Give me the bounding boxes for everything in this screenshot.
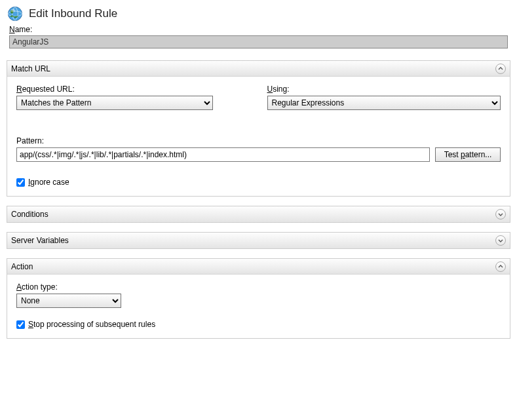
server-variables-panel: Server Variables <box>7 232 510 249</box>
svg-point-2 <box>11 9 16 12</box>
action-panel: Action Action type: None Stop processing… <box>7 258 510 339</box>
action-title: Action <box>11 262 33 271</box>
using-select[interactable]: Regular Expressions <box>267 96 501 110</box>
ignore-case-checkbox[interactable] <box>16 178 25 187</box>
stop-processing-checkbox[interactable] <box>16 320 25 329</box>
pattern-input[interactable] <box>16 147 430 162</box>
test-pattern-button[interactable]: Test pattern... <box>435 147 501 162</box>
conditions-title: Conditions <box>11 210 48 219</box>
svg-point-0 <box>8 7 22 20</box>
requested-url-select[interactable]: Matches the Pattern <box>16 96 213 110</box>
globe-icon <box>7 5 24 22</box>
stop-processing-label: Stop processing of subsequent rules <box>28 320 155 329</box>
chevron-down-icon[interactable] <box>495 209 506 220</box>
conditions-header[interactable]: Conditions <box>7 206 510 222</box>
server-variables-header[interactable]: Server Variables <box>7 233 510 248</box>
conditions-panel: Conditions <box>7 206 510 223</box>
using-label: Using: <box>267 85 501 94</box>
page-title: Edit Inbound Rule <box>29 7 117 20</box>
pattern-label: Pattern: <box>16 136 501 145</box>
match-url-panel: Match URL Requested URL: Matches the Pat… <box>7 60 510 197</box>
name-input[interactable] <box>9 35 508 48</box>
match-url-header[interactable]: Match URL <box>7 61 510 77</box>
chevron-up-icon[interactable] <box>495 261 506 272</box>
ignore-case-label: Ignore case <box>28 178 69 187</box>
name-label: Name: <box>9 25 508 34</box>
action-header[interactable]: Action <box>7 259 510 275</box>
requested-url-label: Requested URL: <box>16 85 250 94</box>
server-variables-title: Server Variables <box>11 236 69 245</box>
action-type-label: Action type: <box>16 282 501 292</box>
match-url-title: Match URL <box>11 64 50 73</box>
action-type-select[interactable]: None <box>16 294 121 308</box>
chevron-up-icon[interactable] <box>495 64 506 74</box>
chevron-down-icon[interactable] <box>495 235 506 246</box>
